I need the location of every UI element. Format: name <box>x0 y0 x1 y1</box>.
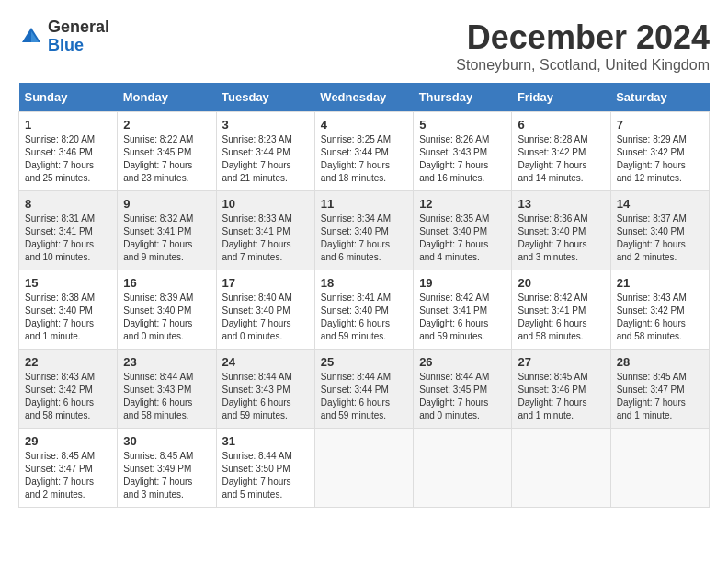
calendar-cell <box>414 429 512 508</box>
day-number: 4 <box>321 118 407 132</box>
day-number: 18 <box>321 276 407 290</box>
calendar-week-row: 8Sunrise: 8:31 AMSunset: 3:41 PMDaylight… <box>19 191 710 270</box>
calendar-cell: 10Sunrise: 8:33 AMSunset: 3:41 PMDayligh… <box>216 191 314 270</box>
cell-text: Sunrise: 8:41 AMSunset: 3:40 PMDaylight:… <box>321 293 391 341</box>
cell-text: Sunrise: 8:28 AMSunset: 3:42 PMDaylight:… <box>518 134 587 183</box>
calendar-cell: 31Sunrise: 8:44 AMSunset: 3:50 PMDayligh… <box>216 429 314 508</box>
calendar-cell <box>610 429 709 508</box>
calendar-week-row: 1Sunrise: 8:20 AMSunset: 3:46 PMDaylight… <box>19 112 710 191</box>
calendar-cell: 1Sunrise: 8:20 AMSunset: 3:46 PMDaylight… <box>19 112 118 191</box>
day-number: 7 <box>617 118 703 132</box>
weekday-header-sunday: Sunday <box>19 83 118 112</box>
calendar-cell: 27Sunrise: 8:45 AMSunset: 3:46 PMDayligh… <box>512 350 610 429</box>
cell-text: Sunrise: 8:37 AMSunset: 3:40 PMDaylight:… <box>617 213 687 262</box>
calendar-cell: 29Sunrise: 8:45 AMSunset: 3:47 PMDayligh… <box>19 429 118 508</box>
calendar-cell: 14Sunrise: 8:37 AMSunset: 3:40 PMDayligh… <box>610 191 709 270</box>
day-number: 2 <box>123 118 210 132</box>
cell-text: Sunrise: 8:45 AMSunset: 3:49 PMDaylight:… <box>123 451 193 500</box>
day-number: 3 <box>222 118 309 132</box>
day-number: 9 <box>123 197 210 211</box>
logo-icon <box>18 24 44 50</box>
day-number: 8 <box>25 197 111 211</box>
day-number: 30 <box>123 434 210 448</box>
day-number: 1 <box>25 118 111 132</box>
cell-text: Sunrise: 8:33 AMSunset: 3:41 PMDaylight:… <box>222 213 292 262</box>
calendar-cell: 9Sunrise: 8:32 AMSunset: 3:41 PMDaylight… <box>118 191 216 270</box>
calendar-cell: 2Sunrise: 8:22 AMSunset: 3:45 PMDaylight… <box>118 112 216 191</box>
calendar-cell: 20Sunrise: 8:42 AMSunset: 3:41 PMDayligh… <box>512 270 610 350</box>
cell-text: Sunrise: 8:44 AMSunset: 3:45 PMDaylight:… <box>419 372 489 420</box>
weekday-header-wednesday: Wednesday <box>314 83 413 112</box>
calendar-cell: 30Sunrise: 8:45 AMSunset: 3:49 PMDayligh… <box>118 429 216 508</box>
day-number: 27 <box>518 355 604 369</box>
day-number: 24 <box>222 355 309 369</box>
day-number: 31 <box>222 434 309 448</box>
cell-text: Sunrise: 8:42 AMSunset: 3:41 PMDaylight:… <box>518 293 587 341</box>
cell-text: Sunrise: 8:39 AMSunset: 3:40 PMDaylight:… <box>123 293 193 341</box>
day-number: 6 <box>518 118 604 132</box>
day-number: 20 <box>518 276 604 290</box>
calendar-cell: 13Sunrise: 8:36 AMSunset: 3:40 PMDayligh… <box>512 191 610 270</box>
calendar-cell: 21Sunrise: 8:43 AMSunset: 3:42 PMDayligh… <box>610 270 709 350</box>
calendar-cell <box>512 429 610 508</box>
cell-text: Sunrise: 8:40 AMSunset: 3:40 PMDaylight:… <box>222 293 292 341</box>
cell-text: Sunrise: 8:34 AMSunset: 3:40 PMDaylight:… <box>321 213 391 262</box>
weekday-header-saturday: Saturday <box>610 83 709 112</box>
day-number: 12 <box>419 197 506 211</box>
cell-text: Sunrise: 8:25 AMSunset: 3:44 PMDaylight:… <box>321 134 391 183</box>
weekday-header-tuesday: Tuesday <box>216 83 314 112</box>
calendar-cell: 11Sunrise: 8:34 AMSunset: 3:40 PMDayligh… <box>314 191 413 270</box>
calendar-cell: 18Sunrise: 8:41 AMSunset: 3:40 PMDayligh… <box>314 270 413 350</box>
calendar-cell: 4Sunrise: 8:25 AMSunset: 3:44 PMDaylight… <box>314 112 413 191</box>
day-number: 14 <box>617 197 703 211</box>
calendar-week-row: 29Sunrise: 8:45 AMSunset: 3:47 PMDayligh… <box>19 429 710 508</box>
cell-text: Sunrise: 8:36 AMSunset: 3:40 PMDaylight:… <box>518 213 587 262</box>
calendar-cell: 24Sunrise: 8:44 AMSunset: 3:43 PMDayligh… <box>216 350 314 429</box>
cell-text: Sunrise: 8:35 AMSunset: 3:40 PMDaylight:… <box>419 213 489 262</box>
cell-text: Sunrise: 8:42 AMSunset: 3:41 PMDaylight:… <box>419 293 489 341</box>
cell-text: Sunrise: 8:43 AMSunset: 3:42 PMDaylight:… <box>25 372 95 420</box>
cell-text: Sunrise: 8:20 AMSunset: 3:46 PMDaylight:… <box>25 134 95 183</box>
day-number: 15 <box>25 276 111 290</box>
logo-text: General Blue <box>48 18 109 55</box>
day-number: 17 <box>222 276 309 290</box>
cell-text: Sunrise: 8:26 AMSunset: 3:43 PMDaylight:… <box>419 134 489 183</box>
cell-text: Sunrise: 8:44 AMSunset: 3:50 PMDaylight:… <box>222 451 292 500</box>
calendar-cell: 5Sunrise: 8:26 AMSunset: 3:43 PMDaylight… <box>414 112 512 191</box>
calendar-cell: 22Sunrise: 8:43 AMSunset: 3:42 PMDayligh… <box>19 350 118 429</box>
weekday-header-monday: Monday <box>118 83 216 112</box>
calendar-cell: 19Sunrise: 8:42 AMSunset: 3:41 PMDayligh… <box>414 270 512 350</box>
day-number: 11 <box>321 197 407 211</box>
day-number: 28 <box>617 355 703 369</box>
weekday-header-friday: Friday <box>512 83 610 112</box>
cell-text: Sunrise: 8:43 AMSunset: 3:42 PMDaylight:… <box>617 293 687 341</box>
calendar-cell: 12Sunrise: 8:35 AMSunset: 3:40 PMDayligh… <box>414 191 512 270</box>
cell-text: Sunrise: 8:45 AMSunset: 3:47 PMDaylight:… <box>25 451 95 500</box>
logo-blue: Blue <box>48 36 84 54</box>
day-number: 25 <box>321 355 407 369</box>
day-number: 13 <box>518 197 604 211</box>
cell-text: Sunrise: 8:31 AMSunset: 3:41 PMDaylight:… <box>25 213 95 262</box>
cell-text: Sunrise: 8:45 AMSunset: 3:46 PMDaylight:… <box>518 372 587 420</box>
cell-text: Sunrise: 8:44 AMSunset: 3:44 PMDaylight:… <box>321 372 391 420</box>
calendar-cell: 25Sunrise: 8:44 AMSunset: 3:44 PMDayligh… <box>314 350 413 429</box>
calendar-cell: 26Sunrise: 8:44 AMSunset: 3:45 PMDayligh… <box>414 350 512 429</box>
calendar-cell <box>314 429 413 508</box>
cell-text: Sunrise: 8:45 AMSunset: 3:47 PMDaylight:… <box>617 372 687 420</box>
cell-text: Sunrise: 8:44 AMSunset: 3:43 PMDaylight:… <box>123 372 193 420</box>
cell-text: Sunrise: 8:32 AMSunset: 3:41 PMDaylight:… <box>123 213 193 262</box>
day-number: 22 <box>25 355 111 369</box>
calendar-cell: 17Sunrise: 8:40 AMSunset: 3:40 PMDayligh… <box>216 270 314 350</box>
cell-text: Sunrise: 8:38 AMSunset: 3:40 PMDaylight:… <box>25 293 95 341</box>
day-number: 29 <box>25 434 111 448</box>
calendar-cell: 16Sunrise: 8:39 AMSunset: 3:40 PMDayligh… <box>118 270 216 350</box>
calendar-cell: 15Sunrise: 8:38 AMSunset: 3:40 PMDayligh… <box>19 270 118 350</box>
day-number: 5 <box>419 118 506 132</box>
calendar-week-row: 15Sunrise: 8:38 AMSunset: 3:40 PMDayligh… <box>19 270 710 350</box>
weekday-header-row: SundayMondayTuesdayWednesdayThursdayFrid… <box>19 83 710 112</box>
day-number: 21 <box>617 276 703 290</box>
day-number: 10 <box>222 197 309 211</box>
weekday-header-thursday: Thursday <box>414 83 512 112</box>
location: Stoneyburn, Scotland, United Kingdom <box>456 57 710 74</box>
calendar-cell: 3Sunrise: 8:23 AMSunset: 3:44 PMDaylight… <box>216 112 314 191</box>
